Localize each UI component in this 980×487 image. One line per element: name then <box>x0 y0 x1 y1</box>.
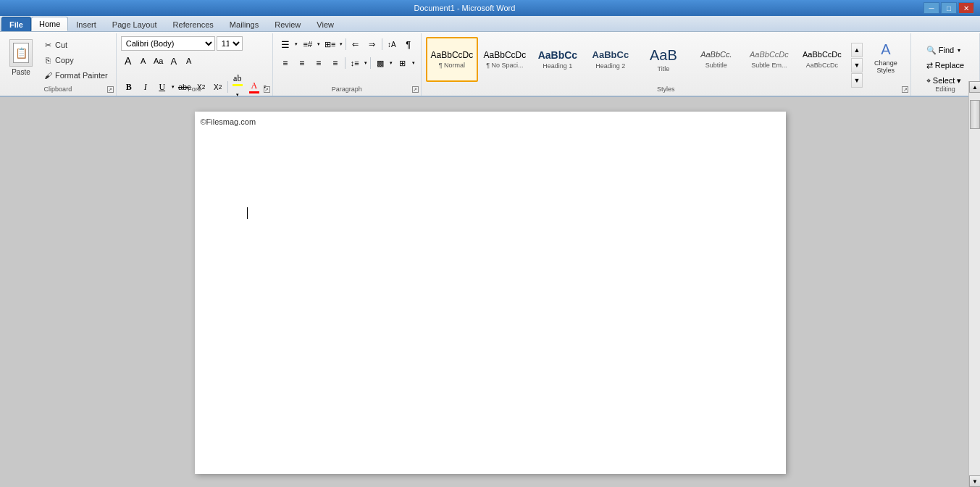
scrollbar-thumb[interactable] <box>970 100 980 129</box>
highlight-icon: ab <box>233 73 243 86</box>
clipboard-expand-button[interactable]: ↗ <box>107 86 114 93</box>
line-spacing-button[interactable]: ↕≡ <box>347 55 363 71</box>
document-area[interactable]: ©Filesmag.com <box>0 97 980 487</box>
multilevel-list-button[interactable]: ⊞≡ <box>322 36 338 52</box>
scroll-down-button[interactable]: ▼ <box>969 475 980 487</box>
paste-button[interactable]: 📋 Paste <box>4 36 38 79</box>
style-normal[interactable]: AaBbCcDc ¶ Normal <box>426 37 478 82</box>
justify-button[interactable]: ≡ <box>327 55 343 71</box>
borders-arrow[interactable]: ▾ <box>411 56 416 70</box>
style-heading1-preview: AaBbCc <box>538 49 577 62</box>
style-emphasis-preview: AaBbCcDc <box>803 50 842 59</box>
font-size-select[interactable]: 11 <box>217 36 243 51</box>
numbered-dropdown: ≡# ▾ <box>300 36 322 52</box>
style-subtle-em[interactable]: AaBbCcDc Subtle Em... <box>743 37 795 82</box>
clipboard-group: 📋 Paste ✂ Cut ⎘ Copy 🖌 Format Painter <box>0 33 117 96</box>
text-effects-button[interactable]: A <box>182 54 196 68</box>
shading-button[interactable]: ▩ <box>372 55 388 71</box>
find-button[interactable]: 🔍 Find ▾ <box>921 43 969 57</box>
line-spacing-arrow[interactable]: ▾ <box>363 56 369 70</box>
change-styles-icon: A <box>881 41 890 58</box>
replace-button[interactable]: ⇄ Replace <box>921 59 969 72</box>
clipboard-group-label: Clipboard <box>0 86 116 93</box>
font-family-select[interactable]: Calibri (Body) <box>121 36 215 51</box>
separator4 <box>345 57 345 69</box>
paste-label: Paste <box>12 68 30 76</box>
tab-mailings[interactable]: Mailings <box>222 17 267 31</box>
style-heading2-label: Heading 2 <box>595 62 625 70</box>
document-page[interactable]: ©Filesmag.com <box>195 112 786 474</box>
shrink-font-button[interactable]: A <box>136 54 151 68</box>
separator2 <box>345 38 346 50</box>
style-subtitle-preview: AaBbCc. <box>700 50 732 59</box>
align-left-button[interactable]: ≡ <box>277 55 293 71</box>
bullets-button[interactable]: ☰ <box>277 36 293 52</box>
select-icon: ⌖ <box>926 76 931 86</box>
vertical-scrollbar: ▲ ▼ <box>968 81 980 487</box>
multilevel-dropdown-arrow[interactable]: ▾ <box>338 37 344 51</box>
find-dropdown-arrow[interactable]: ▾ <box>958 47 960 54</box>
styles-expand-button[interactable]: ↗ <box>902 86 908 93</box>
bullets-dropdown: ☰ ▾ <box>277 36 299 52</box>
tab-insert[interactable]: Insert <box>68 17 104 31</box>
tab-page-layout[interactable]: Page Layout <box>104 17 165 31</box>
clear-format-button[interactable]: A <box>167 54 181 68</box>
separator5 <box>370 57 371 69</box>
tab-review[interactable]: Review <box>267 17 309 31</box>
styles-group: AaBbCcDc ¶ Normal AaBbCcDc ¶ No Spaci...… <box>422 33 911 96</box>
style-subtle-em-preview: AaBbCcDc <box>750 50 789 59</box>
paragraph-expand-button[interactable]: ↗ <box>412 86 419 93</box>
style-emphasis[interactable]: AaBbCcDc AaBbCcDc <box>796 37 848 82</box>
style-normal-label: ¶ Normal <box>439 62 465 69</box>
style-no-spacing[interactable]: AaBbCcDc ¶ No Spaci... <box>479 37 531 82</box>
scrollbar-track[interactable] <box>969 93 980 475</box>
decrease-indent-button[interactable]: ⇐ <box>348 36 364 52</box>
tab-references[interactable]: References <box>165 17 222 31</box>
case-button[interactable]: Aa <box>151 54 166 68</box>
tab-home[interactable]: Home <box>31 17 68 31</box>
align-center-button[interactable]: ≡ <box>294 55 310 71</box>
increase-indent-button[interactable]: ⇒ <box>364 36 380 52</box>
close-button[interactable]: ✕ <box>958 2 974 14</box>
style-heading2-preview: AaBbCc <box>592 49 629 61</box>
minimize-button[interactable]: ─ <box>924 2 939 14</box>
tab-file[interactable]: File <box>1 17 31 31</box>
styles-scroll-down[interactable]: ▼ <box>851 58 863 72</box>
tab-view[interactable]: View <box>309 17 342 31</box>
font-expand-button[interactable]: ↗ <box>264 86 270 93</box>
style-title[interactable]: AaB Title <box>637 37 690 82</box>
title-bar-controls: ─ □ ✕ <box>924 2 974 14</box>
borders-button[interactable]: ⊞ <box>395 55 411 71</box>
ribbon: 📋 Paste ✂ Cut ⎘ Copy 🖌 Format Painter <box>0 32 980 97</box>
binoculars-icon: 🔍 <box>926 46 937 55</box>
scroll-up-button[interactable]: ▲ <box>969 81 980 93</box>
styles-gallery: AaBbCcDc ¶ Normal AaBbCcDc ¶ No Spaci...… <box>424 35 850 84</box>
title-bar: Document1 - Microsoft Word ─ □ ✕ <box>0 0 980 16</box>
maximize-button[interactable]: □ <box>941 2 957 14</box>
ribbon-tabs: File Home Insert Page Layout References … <box>0 16 980 32</box>
copy-button[interactable]: ⎘ Copy <box>39 53 112 67</box>
format-painter-icon: 🖌 <box>43 70 53 80</box>
style-heading1[interactable]: AaBbCc Heading 1 <box>532 37 584 82</box>
document-content[interactable] <box>247 164 734 219</box>
cut-button[interactable]: ✂ Cut <box>39 38 112 52</box>
numbered-dropdown-arrow[interactable]: ▾ <box>316 37 322 51</box>
sort-button[interactable]: ↕A <box>384 36 400 52</box>
numbered-list-button[interactable]: ≡# <box>300 36 316 52</box>
clipboard-small-buttons: ✂ Cut ⎘ Copy 🖌 Format Painter <box>39 38 112 83</box>
style-normal-preview: AaBbCcDc <box>431 50 474 60</box>
style-heading2[interactable]: AaBbCc Heading 2 <box>585 37 637 82</box>
styles-scroll-up[interactable]: ▲ <box>851 43 863 57</box>
change-styles-button[interactable]: A Change Styles <box>864 35 908 80</box>
style-subtitle[interactable]: AaBbCc. Subtitle <box>690 37 742 82</box>
separator3 <box>382 38 382 50</box>
style-no-spacing-label: ¶ No Spaci... <box>486 62 523 69</box>
grow-font-button[interactable]: A <box>121 54 135 68</box>
show-hide-button[interactable]: ¶ <box>401 36 416 52</box>
format-painter-button[interactable]: 🖌 Format Painter <box>39 68 112 83</box>
bullets-dropdown-arrow[interactable]: ▾ <box>293 37 299 51</box>
shading-arrow[interactable]: ▾ <box>388 56 394 70</box>
align-right-button[interactable]: ≡ <box>311 55 327 71</box>
style-heading1-label: Heading 1 <box>543 62 572 70</box>
paste-icon: 📋 <box>9 39 33 67</box>
